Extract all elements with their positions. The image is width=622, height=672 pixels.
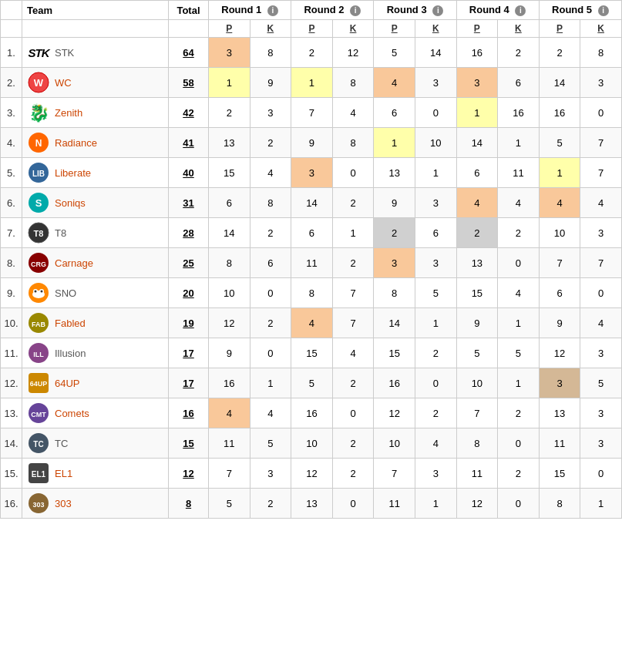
r4k-cell: 0: [498, 489, 540, 519]
r1k-cell: 4: [250, 158, 291, 188]
r5k-cell: 7: [580, 158, 622, 188]
r3p-cell: 4: [374, 68, 415, 98]
total-cell: 8: [169, 489, 209, 519]
rank-cell: 10.: [1, 308, 22, 338]
r2k-cell: 8: [332, 128, 374, 158]
team-icon: 303: [27, 492, 50, 515]
r1k-cell: 9: [250, 68, 291, 98]
r2p-cell: 10: [291, 428, 333, 459]
r5p-cell: 9: [539, 308, 580, 338]
r5k-cell: 4: [580, 188, 622, 218]
r5p-cell: 13: [539, 398, 580, 428]
svg-text:T8: T8: [34, 229, 44, 238]
r3k-cell: 1: [415, 308, 456, 338]
r1p-cell: 11: [209, 428, 250, 459]
round4-info-icon[interactable]: i: [515, 5, 526, 16]
r4p-cell: 5: [456, 338, 498, 368]
round2-header: Round 2 i: [291, 1, 374, 20]
rank-cell: 8.: [1, 248, 22, 278]
r1k-cell: 3: [250, 98, 291, 128]
rank-cell: 14.: [1, 428, 22, 459]
r5p-cell: 4: [539, 188, 580, 218]
r3p-cell: 9: [374, 188, 415, 218]
r5k-cell: 7: [580, 248, 622, 278]
team-cell: 🐉 Zenith: [22, 98, 169, 128]
r1k-cell: 1: [250, 368, 291, 398]
r4p-cell: 12: [456, 489, 498, 519]
r5k-cell: 3: [580, 218, 622, 248]
r4k-cell: 2: [498, 459, 540, 489]
r1k-cell: 5: [250, 428, 291, 459]
r1k-cell: 6: [250, 248, 291, 278]
svg-text:CRG: CRG: [31, 260, 46, 268]
r2p-cell: 5: [291, 368, 333, 398]
total-cell: 41: [169, 128, 209, 158]
r1p-cell: 2: [209, 98, 250, 128]
r5k-cell: 7: [580, 128, 622, 158]
r3-k-header: K: [415, 20, 456, 38]
team-header: Team: [22, 1, 169, 20]
r5k-cell: 1: [580, 489, 622, 519]
r3k-cell: 10: [415, 128, 456, 158]
table-row: 5. LIB Liberate 40 1543013161117: [1, 158, 622, 188]
svg-text:CMT: CMT: [31, 411, 46, 418]
r1p-cell: 16: [209, 368, 250, 398]
total-header: Total: [169, 1, 209, 20]
team-name: WC: [55, 77, 72, 89]
r3p-cell: 5: [374, 38, 415, 68]
round4-header: Round 4 i: [456, 1, 539, 20]
r4p-cell: 16: [456, 38, 498, 68]
team-cell: TC TC: [22, 428, 169, 459]
team-name: Illusion: [55, 348, 86, 359]
table-row: 14. TC TC 15 11510210480113: [1, 428, 622, 459]
team-icon: [27, 281, 50, 304]
r3p-cell: 7: [374, 459, 415, 489]
team-cell: EL1 EL1: [22, 459, 169, 489]
svg-text:64UP: 64UP: [30, 380, 48, 388]
team-icon: ILL: [27, 341, 50, 365]
team-name: T8: [55, 227, 66, 239]
round2-info-icon[interactable]: i: [350, 5, 361, 16]
svg-text:TC: TC: [33, 440, 43, 449]
r3-p-header: P: [374, 20, 415, 38]
total-cell: 25: [169, 248, 209, 278]
total-cell: 58: [169, 68, 209, 98]
r3k-cell: 2: [415, 398, 456, 428]
round1-info-icon[interactable]: i: [267, 5, 278, 16]
r4p-cell: 6: [456, 158, 498, 188]
r2k-cell: 2: [332, 428, 374, 459]
team-cell: SNO: [22, 278, 169, 308]
r1p-cell: 4: [209, 398, 250, 428]
r2p-cell: 7: [291, 98, 333, 128]
round5-info-icon[interactable]: i: [598, 5, 609, 16]
r4k-cell: 2: [498, 218, 540, 248]
r3k-cell: 14: [415, 38, 456, 68]
table-row: 3. 🐉 Zenith 42 237460116160: [1, 98, 622, 128]
rank-cell: 16.: [1, 489, 22, 519]
r2k-cell: 2: [332, 459, 374, 489]
rank-cell: 11.: [1, 338, 22, 368]
r4k-cell: 1: [498, 368, 540, 398]
r4p-cell: 1: [456, 98, 498, 128]
rank-cell: 7.: [1, 218, 22, 248]
total-cell: 19: [169, 308, 209, 338]
r3k-cell: 3: [415, 459, 456, 489]
r4k-cell: 16: [498, 98, 540, 128]
r4p-cell: 15: [456, 278, 498, 308]
table-row: 13. CMT Comets 16 4416012272133: [1, 398, 622, 428]
r5k-cell: 3: [580, 428, 622, 459]
team-cell: LIB Liberate: [22, 158, 169, 188]
team-name: 303: [55, 498, 72, 509]
r4p-cell: 10: [456, 368, 498, 398]
round3-info-icon[interactable]: i: [432, 5, 443, 16]
r3k-cell: 5: [415, 278, 456, 308]
r1k-cell: 3: [250, 459, 291, 489]
r1p-cell: 13: [209, 128, 250, 158]
r4p-cell: 4: [456, 188, 498, 218]
table-row: 12. 64UP 64UP 17 1615216010135: [1, 368, 622, 398]
r3p-cell: 14: [374, 308, 415, 338]
r1p-cell: 3: [209, 38, 250, 68]
r2p-cell: 2: [291, 38, 333, 68]
r5p-cell: 7: [539, 248, 580, 278]
svg-text:N: N: [35, 138, 42, 149]
